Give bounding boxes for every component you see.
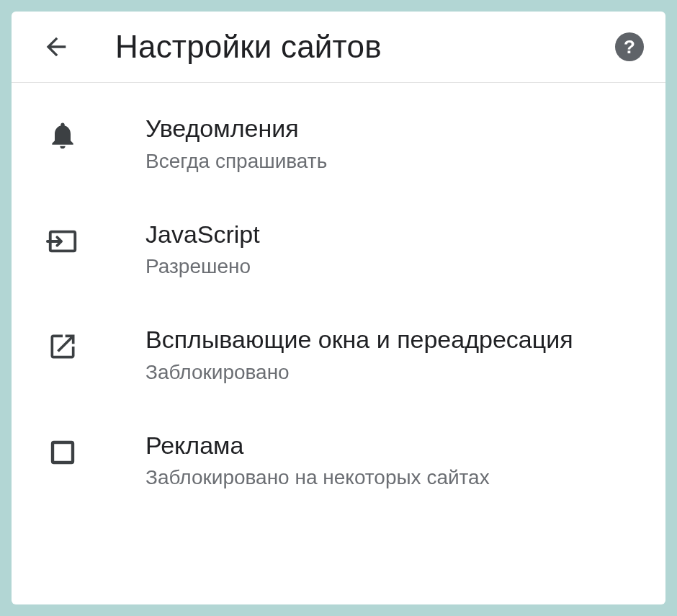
item-title: Реклама <box>145 430 490 461</box>
settings-card: Настройки сайтов ? Уведомления Всегда сп… <box>12 12 665 604</box>
svg-rect-1 <box>53 442 73 463</box>
item-subtitle: Заблокировано на некоторых сайтах <box>145 466 490 489</box>
back-button[interactable] <box>40 31 72 63</box>
input-icon <box>43 222 82 261</box>
setting-item-notifications[interactable]: Уведомления Всегда спрашивать <box>12 90 665 196</box>
item-text: JavaScript Разрешено <box>145 219 260 279</box>
item-text: Уведомления Всегда спрашивать <box>145 113 327 173</box>
arrow-left-icon <box>42 32 71 61</box>
bell-icon <box>43 116 82 155</box>
item-title: Уведомления <box>145 113 327 144</box>
setting-item-popups[interactable]: Всплывающие окна и переадресация Заблоки… <box>12 301 665 407</box>
question-mark-icon: ? <box>624 36 635 58</box>
header: Настройки сайтов ? <box>12 12 665 83</box>
item-title: Всплывающие окна и переадресация <box>145 324 573 355</box>
item-subtitle: Разрешено <box>145 255 260 278</box>
item-text: Всплывающие окна и переадресация Заблоки… <box>145 324 573 384</box>
item-text: Реклама Заблокировано на некоторых сайта… <box>145 430 490 490</box>
setting-item-javascript[interactable]: JavaScript Разрешено <box>12 196 665 302</box>
settings-list: Уведомления Всегда спрашивать JavaScript… <box>12 83 665 604</box>
open-in-new-icon <box>43 327 82 366</box>
item-subtitle: Заблокировано <box>145 361 573 384</box>
item-title: JavaScript <box>145 219 260 250</box>
page-title: Настройки сайтов <box>115 29 615 65</box>
setting-item-ads[interactable]: Реклама Заблокировано на некоторых сайта… <box>12 407 665 513</box>
square-icon <box>43 433 82 472</box>
item-subtitle: Всегда спрашивать <box>145 150 327 173</box>
help-button[interactable]: ? <box>615 32 644 61</box>
